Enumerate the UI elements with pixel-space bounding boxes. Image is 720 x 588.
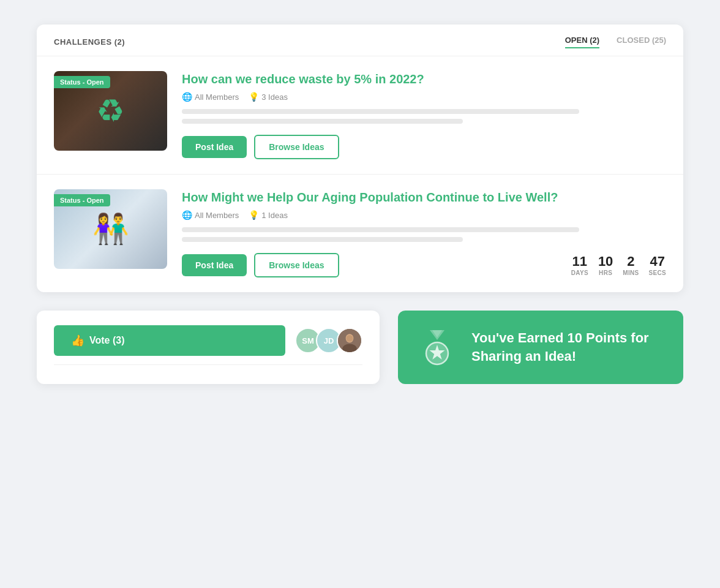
people-symbol: 👫	[92, 212, 129, 246]
bulb-icon-2: 💡	[249, 210, 259, 220]
ideas-label-2: 1 Ideas	[261, 211, 288, 220]
countdown-mins-label: MINS	[623, 270, 639, 276]
countdown-secs-label: SECS	[649, 270, 666, 276]
vote-button[interactable]: 👍 Vote (3)	[54, 325, 285, 356]
desc-line-1b	[182, 119, 463, 124]
browse-ideas-button-1[interactable]: Browse Ideas	[254, 135, 339, 159]
countdown-hrs-label: HRS	[599, 270, 612, 276]
audience-label-1: All Members	[195, 92, 239, 102]
challenge-item-1: Status - Open ♻ How can we reduce waste …	[37, 56, 683, 175]
countdown-hrs-value: 10	[598, 255, 613, 268]
ideas-count-2: 💡 1 Ideas	[249, 210, 288, 220]
avatar-sm-initials: SM	[302, 336, 314, 345]
challenge-actions-2: Post Idea Browse Ideas 11 DAYS 10 HRS 2	[182, 253, 666, 277]
challenge-title-2[interactable]: How Might we Help Our Aging Population C…	[182, 189, 666, 205]
avatar-photo-svg	[338, 328, 361, 353]
audience-label-2: All Members	[195, 211, 239, 220]
ideas-label-1: 3 Ideas	[261, 92, 288, 102]
ideas-count-1: 💡 3 Ideas	[249, 92, 288, 102]
vote-divider	[54, 364, 362, 365]
bulb-icon-1: 💡	[249, 92, 259, 102]
medal-icon	[418, 328, 457, 367]
vote-label: Vote (3)	[89, 335, 124, 346]
svg-point-3	[347, 335, 353, 342]
desc-line-1a	[182, 109, 579, 114]
challenges-card: CHALLENGES (2) OPEN (2) CLOSED (25) Stat…	[37, 24, 683, 292]
countdown-days: 11 DAYS	[571, 255, 588, 276]
vote-row: 👍 Vote (3) SM JD	[54, 325, 362, 356]
status-badge-2: Status - Open	[54, 194, 110, 206]
countdown-days-value: 11	[572, 255, 587, 268]
desc-line-2b	[182, 237, 463, 242]
thumbs-up-icon: 👍	[71, 334, 84, 347]
challenge-meta-2: 🌐 All Members 💡 1 Ideas	[182, 210, 666, 220]
bottom-row: 👍 Vote (3) SM JD	[37, 311, 683, 384]
globe-icon-2: 🌐	[182, 210, 192, 220]
challenge-content-2: How Might we Help Our Aging Population C…	[182, 189, 666, 277]
points-card: You've Earned 10 Points for Sharing an I…	[398, 311, 683, 384]
tab-group: OPEN (2) CLOSED (25)	[565, 36, 666, 48]
countdown-days-label: DAYS	[571, 270, 588, 276]
vote-card: 👍 Vote (3) SM JD	[37, 311, 380, 384]
challenge-image-2: Status - Open 👫	[54, 189, 167, 269]
svg-point-2	[342, 344, 357, 353]
audience-1: 🌐 All Members	[182, 92, 239, 102]
avatar-photo	[337, 328, 362, 353]
globe-icon-1: 🌐	[182, 92, 192, 102]
challenge-meta-1: 🌐 All Members 💡 3 Ideas	[182, 92, 666, 102]
post-idea-button-1[interactable]: Post Idea	[182, 136, 247, 158]
challenge-image-1: Status - Open ♻	[54, 71, 167, 151]
challenges-title: CHALLENGES (2)	[54, 37, 125, 47]
avatar-jd-initials: JD	[324, 336, 334, 345]
tab-open[interactable]: OPEN (2)	[565, 36, 599, 48]
tab-closed[interactable]: CLOSED (25)	[617, 36, 666, 48]
points-text: You've Earned 10 Points for Sharing an I…	[471, 329, 664, 365]
challenge-actions-1: Post Idea Browse Ideas	[182, 135, 666, 159]
page-wrapper: CHALLENGES (2) OPEN (2) CLOSED (25) Stat…	[37, 24, 683, 384]
countdown-hrs: 10 HRS	[598, 255, 613, 276]
recycle-symbol: ♻	[96, 92, 125, 129]
status-badge-1: Status - Open	[54, 76, 110, 88]
avatar-group: SM JD	[295, 328, 362, 353]
desc-line-2a	[182, 227, 579, 232]
challenge-content-1: How can we reduce waste by 5% in 2022? 🌐…	[182, 71, 666, 159]
card-header: CHALLENGES (2) OPEN (2) CLOSED (25)	[37, 24, 683, 56]
challenge-title-1[interactable]: How can we reduce waste by 5% in 2022?	[182, 71, 666, 87]
audience-2: 🌐 All Members	[182, 210, 239, 220]
countdown-timer: 11 DAYS 10 HRS 2 MINS 47	[571, 255, 666, 276]
countdown-mins: 2 MINS	[623, 255, 639, 276]
countdown-secs: 47 SECS	[649, 255, 666, 276]
countdown-secs-value: 47	[650, 255, 665, 268]
countdown-mins-value: 2	[627, 255, 634, 268]
challenge-item-2: Status - Open 👫 How Might we Help Our Ag…	[37, 175, 683, 292]
post-idea-button-2[interactable]: Post Idea	[182, 254, 247, 276]
avatar-photo-image	[338, 329, 361, 352]
browse-ideas-button-2[interactable]: Browse Ideas	[254, 253, 339, 277]
